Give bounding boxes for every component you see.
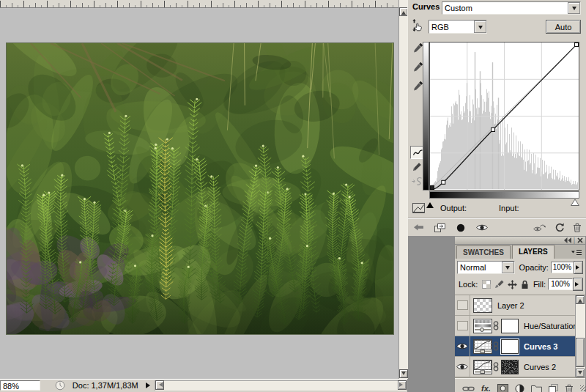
scroll-up-button[interactable] — [576, 295, 585, 304]
chevron-down-icon[interactable] — [502, 262, 514, 273]
delete-layer-icon[interactable] — [565, 384, 574, 392]
curve-plot[interactable] — [430, 42, 579, 190]
reset-icon[interactable] — [555, 223, 565, 232]
smooth-curve-icon[interactable] — [412, 177, 423, 186]
link-mask-icon[interactable] — [493, 362, 499, 371]
divider: | — [574, 237, 575, 244]
group-icon[interactable] — [531, 384, 542, 392]
lock-transparency-icon[interactable] — [482, 280, 491, 289]
clip-to-layer-icon[interactable] — [456, 223, 465, 232]
close-icon[interactable] — [577, 237, 583, 243]
layer-mask-thumbnail[interactable] — [501, 319, 519, 333]
horizontal-scrollbar[interactable] — [155, 380, 407, 391]
layer-thumbnail[interactable] — [473, 360, 492, 374]
layer-thumbnail[interactable] — [473, 319, 492, 333]
layers-panel-group: | SWATCHES LAYERS Normal Opacity: 100% L… — [454, 236, 586, 388]
tab-layers[interactable]: LAYERS — [512, 245, 555, 259]
input-gradient-bar — [429, 191, 579, 199]
fill-label: Fill: — [533, 280, 546, 289]
eyedropper-black-icon[interactable] — [413, 42, 423, 53]
opacity-value[interactable]: 100% — [551, 262, 574, 273]
lock-move-icon[interactable] — [508, 280, 517, 289]
hand-tool-icon[interactable] — [412, 19, 423, 32]
link-mask-icon[interactable] — [493, 341, 499, 351]
horizontal-ruler — [0, 0, 398, 8]
layer-visibility-toggle[interactable] — [455, 336, 470, 356]
empty-visibility-box — [457, 321, 468, 330]
eye-icon — [456, 342, 468, 350]
lock-paint-icon[interactable] — [494, 280, 504, 289]
panel-group-header: | — [454, 236, 586, 245]
canvas-image[interactable] — [6, 42, 394, 335]
fill-value[interactable]: 100% — [548, 278, 573, 290]
curves-adjustment-panel: Curves Custom RGB Auto Output: Input: — [407, 0, 586, 236]
display-options-icon[interactable] — [412, 203, 425, 213]
curves-preset-dropdown[interactable]: Custom — [442, 1, 581, 15]
link-mask-icon[interactable] — [493, 321, 499, 330]
scrollbar-thumb[interactable] — [576, 338, 585, 367]
preset-value: Custom — [442, 3, 568, 13]
layer-mask-icon[interactable] — [497, 384, 508, 392]
layer-name: Curves 3 — [524, 342, 557, 351]
status-clock-icon — [55, 380, 65, 391]
layer-visibility-toggle[interactable] — [455, 316, 470, 336]
link-layers-icon[interactable] — [462, 385, 475, 392]
layer-visibility-toggle[interactable] — [455, 357, 470, 377]
return-arrow-icon[interactable] — [413, 223, 424, 232]
layer-row[interactable]: Curves 2 — [455, 357, 585, 377]
resize-grip[interactable] — [580, 385, 586, 391]
output-input-row: Output: Input: — [408, 203, 586, 213]
lock-all-icon[interactable] — [521, 280, 529, 289]
layer-mask-thumbnail[interactable] — [501, 360, 519, 374]
adjustments-footer — [408, 218, 586, 237]
layer-row[interactable]: Layer 2 — [455, 295, 585, 316]
fill-spinner[interactable] — [573, 278, 583, 291]
expand-panel-icon[interactable] — [434, 223, 445, 232]
output-gradient-bar — [423, 42, 429, 191]
new-layer-icon[interactable] — [549, 384, 558, 392]
eyedropper-white-icon[interactable] — [413, 81, 423, 91]
layer-row[interactable]: Hue/Saturation 1 — [455, 316, 585, 336]
layer-name: Layer 2 — [497, 301, 524, 310]
document-window: 88% Doc: 1,37M/1,83M — [0, 0, 407, 392]
zoom-input[interactable]: 88% — [0, 380, 40, 391]
layer-row[interactable]: Curves 3 — [455, 336, 585, 357]
blend-mode-dropdown[interactable]: Normal — [457, 261, 515, 274]
collapse-icon[interactable] — [564, 237, 571, 243]
blend-mode-row: Normal Opacity: 100% — [455, 259, 585, 274]
layer-name: Curves 2 — [524, 363, 556, 371]
lock-row: Lock: Fill: 100% — [455, 274, 585, 292]
layer-list-scrollbar[interactable] — [575, 295, 585, 377]
layer-thumbnail[interactable] — [473, 339, 492, 354]
trash-icon[interactable] — [573, 223, 582, 232]
layer-thumbnail[interactable] — [473, 298, 492, 313]
photo-moss — [7, 43, 393, 334]
scroll-down-button[interactable] — [399, 369, 408, 378]
doc-size-info[interactable]: Doc: 1,37M/1,83M — [65, 381, 145, 390]
layer-style-icon[interactable]: fx. — [481, 384, 491, 392]
opacity-label: Opacity: — [519, 263, 549, 272]
scroll-down-button[interactable] — [576, 369, 585, 377]
layer-mask-thumbnail[interactable] — [501, 339, 519, 354]
curves-graph[interactable] — [429, 42, 579, 191]
adjustment-layer-icon[interactable] — [515, 384, 524, 392]
previous-state-icon[interactable] — [533, 223, 546, 232]
pencil-tool-icon[interactable] — [412, 162, 422, 171]
opacity-spinner[interactable] — [574, 261, 583, 274]
chevron-down-icon[interactable] — [568, 2, 580, 14]
eye-icon[interactable] — [476, 223, 488, 232]
status-menu-arrow[interactable] — [145, 381, 153, 391]
scroll-right-button[interactable] — [398, 380, 407, 390]
layers-panel-body: Normal Opacity: 100% Lock: Fill: 100% La… — [454, 259, 586, 392]
lock-label: Lock: — [459, 280, 478, 289]
auto-button[interactable]: Auto — [546, 20, 581, 34]
layer-visibility-toggle[interactable] — [455, 295, 470, 315]
blend-mode-value: Normal — [458, 262, 502, 273]
channel-dropdown[interactable]: RGB — [429, 20, 487, 34]
eyedropper-gray-icon[interactable] — [413, 62, 423, 72]
scroll-left-button[interactable] — [155, 380, 164, 390]
tab-swatches[interactable]: SWATCHES — [456, 245, 511, 259]
chevron-down-icon[interactable] — [474, 21, 486, 33]
panel-menu-icon[interactable] — [571, 249, 582, 256]
output-label: Output: — [440, 204, 467, 212]
